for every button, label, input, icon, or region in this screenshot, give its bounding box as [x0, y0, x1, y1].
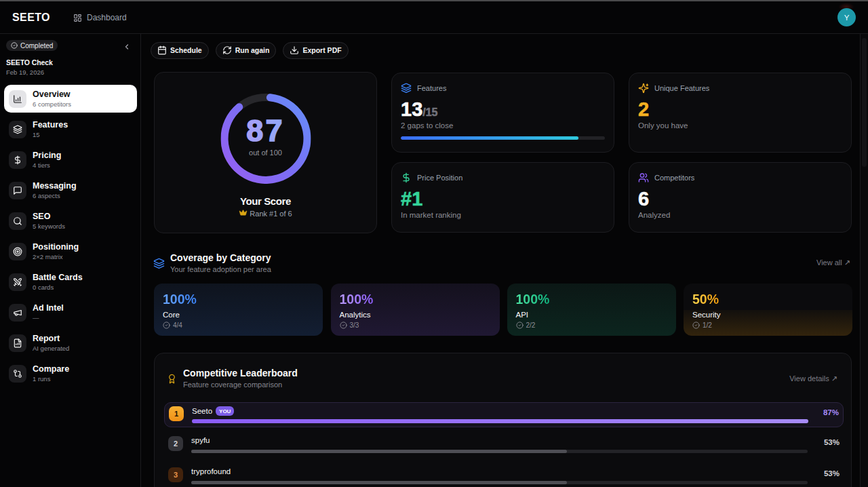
svg-text:87: 87 [246, 113, 284, 145]
